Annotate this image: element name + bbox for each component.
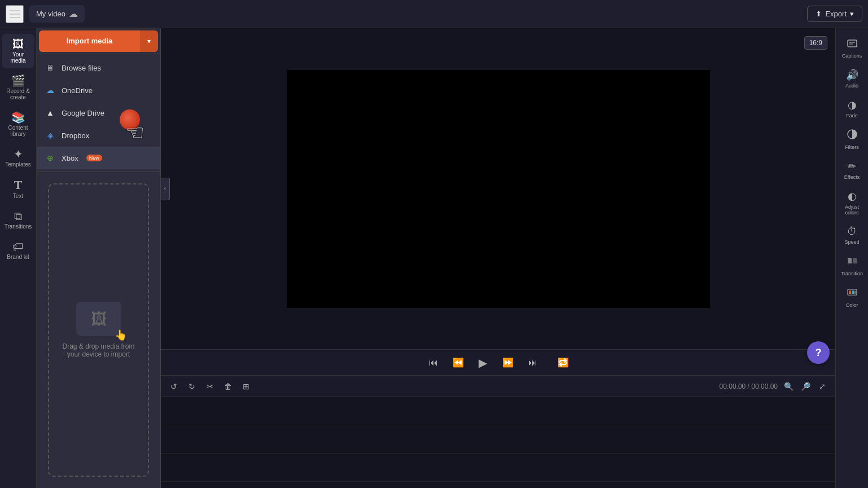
browse-files-item[interactable]: 🖥 Browse files	[37, 56, 160, 79]
import-panel: Import media ▾ 🖥 Browse files ☁ OneDrive…	[37, 28, 161, 488]
xbox-item[interactable]: ⊕ Xbox New	[37, 147, 160, 169]
top-bar: My video ☁ ⬆ Export ▾	[0, 0, 868, 28]
svg-rect-8	[852, 291, 854, 294]
onedrive-icon: ☁	[45, 85, 56, 96]
text-icon: T	[14, 179, 23, 191]
import-media-btn-row: Import media ▾	[37, 28, 160, 54]
main-area: 🖼 Your media 🎬 Record & create 📚 Content…	[0, 28, 868, 488]
speed-icon: ⏱	[847, 226, 857, 238]
xbox-icon: ⊕	[45, 152, 56, 164]
video-canvas	[287, 70, 710, 308]
xbox-new-badge: New	[86, 155, 102, 161]
zoom-in-button[interactable]: 🔎	[798, 379, 813, 394]
sidebar-item-transitions[interactable]: ⧉ Transitions	[2, 206, 34, 234]
skip-forward-button[interactable]: ⏭	[525, 355, 541, 371]
browse-files-icon: 🖥	[45, 62, 56, 73]
color-icon	[847, 287, 858, 301]
sidebar-item-templates[interactable]: ✦ Templates	[2, 144, 34, 172]
timeline-time: 00:00.00 / 00:00.00	[720, 383, 778, 390]
right-item-filters[interactable]: Filters	[838, 124, 867, 155]
left-nav: 🖼 Your media 🎬 Record & create 📚 Content…	[0, 28, 37, 488]
drop-zone-text: Drag & drop media from your device to im…	[60, 342, 137, 358]
center-area: 16:9 ‹ ⏮ ⏪ ▶ ⏩ ⏭ 🔁 ↺ ↻ ✂ 🗑 ⊞ 00:00.00 /	[161, 28, 835, 488]
zoom-out-button[interactable]: 🔍	[781, 379, 796, 394]
right-sidebar: Captions 🔊 Audio ◑ Fade Filters ✏ Effect…	[835, 28, 868, 488]
step-back-button[interactable]: ⏪	[450, 355, 466, 371]
delete-button[interactable]: 🗑	[221, 379, 235, 394]
sidebar-item-content-library[interactable]: 📚 Content library	[2, 107, 34, 142]
content-library-icon: 📚	[11, 112, 25, 123]
drop-zone-cursor-icon: 👆	[115, 329, 127, 341]
export-chevron-icon: ▾	[850, 10, 854, 18]
help-button[interactable]: ?	[807, 341, 830, 364]
cut-button[interactable]: ✂	[203, 379, 217, 394]
svg-rect-0	[848, 40, 857, 47]
video-preview: 16:9 ‹	[161, 28, 835, 349]
menu-button[interactable]	[6, 5, 24, 23]
redo-button[interactable]: ↻	[185, 379, 199, 394]
aspect-ratio-badge[interactable]: 16:9	[804, 36, 827, 50]
step-forward-button[interactable]: ⏩	[500, 355, 516, 371]
undo-button[interactable]: ↺	[166, 379, 181, 394]
drop-zone-area: 🖼 👆 Drag & drop media from your device t…	[37, 172, 160, 488]
timeline-toolbar: ↺ ↻ ✂ 🗑 ⊞ 00:00.00 / 00:00.00 🔍 🔎 ⤢	[161, 376, 835, 397]
export-icon: ⬆	[816, 10, 822, 18]
add-clip-button[interactable]: ⊞	[239, 379, 253, 394]
record-create-icon: 🎬	[11, 75, 25, 86]
drop-zone-image-icon: 🖼 👆	[76, 302, 121, 336]
captions-icon	[847, 37, 858, 51]
transitions-icon: ⧉	[14, 210, 22, 222]
video-tab[interactable]: My video ☁	[29, 5, 85, 23]
playback-controls: ⏮ ⏪ ▶ ⏩ ⏭ 🔁	[161, 349, 835, 375]
right-item-effects[interactable]: ✏ Effects	[838, 156, 867, 184]
import-dropdown-menu: 🖥 Browse files ☁ OneDrive ▲ Google Drive…	[37, 54, 160, 172]
track-row-3	[161, 454, 835, 482]
sidebar-item-brand-kit[interactable]: 🏷 Brand kit	[2, 236, 34, 265]
your-media-icon: 🖼	[12, 38, 24, 50]
brand-kit-icon: 🏷	[12, 241, 24, 252]
audio-icon: 🔊	[846, 69, 858, 81]
transition-icon	[847, 255, 858, 269]
right-item-audio[interactable]: 🔊 Audio	[838, 64, 867, 93]
google-drive-item[interactable]: ▲ Google Drive	[37, 102, 160, 124]
svg-rect-5	[853, 258, 857, 263]
right-item-color[interactable]: Color	[838, 282, 867, 313]
expand-button[interactable]: ⤢	[815, 379, 830, 394]
drop-zone[interactable]: 🖼 👆 Drag & drop media from your device t…	[48, 183, 149, 477]
right-item-adjust-colors[interactable]: ◐ Adjust colors	[838, 186, 867, 220]
filters-icon	[847, 129, 858, 143]
fade-icon: ◑	[848, 99, 857, 111]
track-row-2	[161, 425, 835, 454]
skip-back-button[interactable]: ⏮	[426, 355, 441, 371]
templates-icon: ✦	[14, 148, 23, 160]
sidebar-item-your-media[interactable]: 🖼 Your media	[2, 34, 34, 68]
svg-rect-4	[848, 258, 852, 263]
onedrive-item[interactable]: ☁ OneDrive	[37, 79, 160, 102]
tab-label: My video	[36, 10, 65, 18]
import-media-button[interactable]: Import media	[39, 30, 140, 52]
play-pause-button[interactable]: ▶	[475, 355, 491, 371]
chevron-down-icon: ▾	[147, 37, 151, 45]
timeline-zoom-controls: 🔍 🔎 ⤢	[781, 379, 830, 394]
import-media-chevron-button[interactable]: ▾	[140, 30, 158, 52]
svg-rect-7	[849, 291, 851, 294]
sidebar-item-record-create[interactable]: 🎬 Record & create	[2, 71, 34, 105]
timeline-area: ↺ ↻ ✂ 🗑 ⊞ 00:00.00 / 00:00.00 🔍 🔎 ⤢	[161, 375, 835, 488]
adjust-colors-icon: ◐	[848, 190, 857, 203]
dropbox-icon: ◈	[45, 130, 56, 141]
dropbox-item[interactable]: ◈ Dropbox	[37, 124, 160, 147]
right-item-fade[interactable]: ◑ Fade	[838, 94, 867, 123]
sidebar-item-text[interactable]: T Text	[2, 174, 34, 204]
save-icon: ☁	[69, 8, 78, 19]
right-item-captions[interactable]: Captions	[838, 33, 867, 63]
google-drive-icon: ▲	[45, 107, 56, 118]
effects-icon: ✏	[848, 160, 856, 173]
collapse-panel-button[interactable]: ‹	[161, 178, 170, 200]
export-button[interactable]: ⬆ Export ▾	[807, 6, 862, 22]
loop-button[interactable]: 🔁	[555, 355, 571, 371]
track-row-1	[161, 397, 835, 425]
timeline-tracks	[161, 397, 835, 488]
right-item-speed[interactable]: ⏱ Speed	[838, 221, 867, 249]
svg-rect-9	[854, 291, 856, 294]
right-item-transition[interactable]: Transition	[838, 250, 867, 281]
